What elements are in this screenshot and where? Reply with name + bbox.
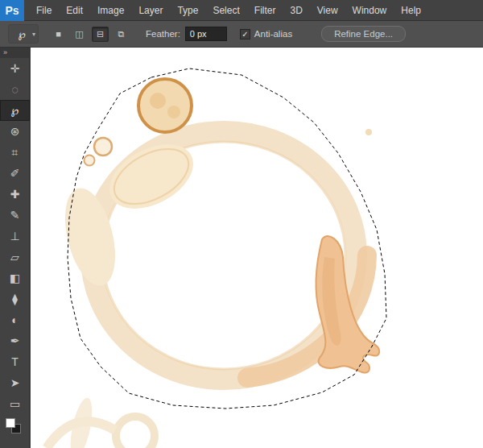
tool-gradient[interactable]: ◧ [0,268,30,288]
check-icon: ✓ [242,30,248,39]
tool-path-selection[interactable]: ➤ [0,372,30,393]
menu-type[interactable]: Type [170,0,205,21]
tool-dodge[interactable]: ◐ [0,309,30,330]
tool-type[interactable]: T [0,351,30,372]
tool-move[interactable]: ✛ [0,58,30,79]
tool-eraser[interactable]: ▱ [0,247,30,268]
menu-select[interactable]: Select [205,0,246,21]
tool-rectangle[interactable]: ▭ [0,393,30,414]
foreground-color-swatch[interactable] [6,418,15,428]
antialias-group: ✓ Anti-alias [240,29,297,39]
add-to-selection-button[interactable]: ◫ [71,27,88,42]
photoshop-logo: Ps [0,0,24,21]
menu-layer[interactable]: Layer [131,0,170,21]
menu-help[interactable]: Help [394,0,428,21]
menu-3d[interactable]: 3D [283,0,309,21]
photoshop-window: Ps File Edit Image Layer Type Select Fil… [0,0,483,448]
tool-crop[interactable]: ⌗ [0,142,30,163]
lasso-tool-icon: ℘ [11,28,32,40]
menu-view[interactable]: View [310,0,345,21]
feather-group: Feather: [146,27,227,41]
intersect-selection-button[interactable]: ⧉ [113,27,130,42]
tool-brush[interactable]: ✎ [0,205,30,226]
tool-quick-selection[interactable]: ⊛ [0,121,30,142]
new-selection-button[interactable]: ■ [50,27,67,42]
feather-input[interactable] [185,27,227,41]
active-tool-preset[interactable]: ℘ ▾ [8,24,39,44]
tool-clone-stamp[interactable]: ⊥ [0,226,30,247]
tool-elliptical-marquee[interactable]: ◌ [0,79,30,100]
menu-image[interactable]: Image [90,0,131,21]
tool-blur[interactable]: ⧫ [0,288,30,309]
selection-mode-buttons: ■ ◫ ⊟ ⧉ [50,27,130,42]
tool-lasso[interactable]: ℘ [0,100,30,121]
tool-healing-brush[interactable]: ✚ [0,184,30,205]
feather-label: Feather: [146,29,180,39]
document-canvas[interactable] [31,48,483,448]
refine-edge-button[interactable]: Refine Edge... [321,26,406,42]
menu-filter[interactable]: Filter [247,0,283,21]
menu-window[interactable]: Window [345,0,394,21]
antialias-checkbox[interactable]: ✓ [240,29,250,39]
tool-eyedropper[interactable]: ✐ [0,163,30,184]
menu-bar: Ps File Edit Image Layer Type Select Fil… [0,0,483,21]
menu-file[interactable]: File [29,0,59,21]
antialias-label: Anti-alias [254,29,292,39]
tool-options-bar: ℘ ▾ ■ ◫ ⊟ ⧉ Feather: ✓ Anti-alias Refine… [0,21,483,48]
tool-pen[interactable]: ✒ [0,330,30,351]
menu-items: File Edit Image Layer Type Select Filter… [29,0,428,21]
chevron-down-icon: ▾ [32,31,35,38]
subtract-from-selection-button[interactable]: ⊟ [92,27,109,42]
tools-panel: » ✛ ◌ ℘ ⊛ ⌗ ✐ ✚ ✎ ⊥ ▱ ◧ ⧫ ◐ ✒ T ➤ ▭ [0,48,30,448]
menu-edit[interactable]: Edit [59,0,90,21]
collapse-panel-button[interactable]: » [0,48,29,58]
coffee-stain-image [31,48,483,448]
color-swatches [0,414,29,440]
